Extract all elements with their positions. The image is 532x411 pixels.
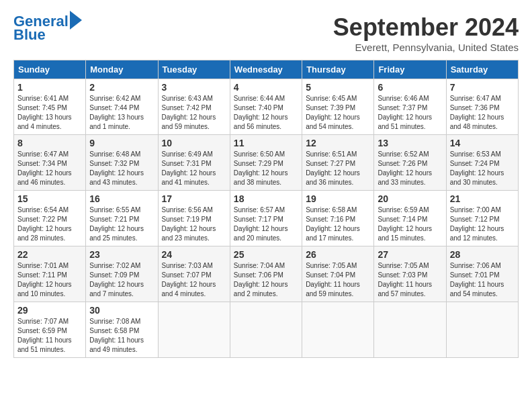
calendar-cell: 27Sunrise: 7:05 AM Sunset: 7:03 PM Dayli… xyxy=(374,246,446,302)
day-info: Sunrise: 6:54 AM Sunset: 7:22 PM Dayligh… xyxy=(17,205,82,243)
logo-arrow-icon xyxy=(70,11,82,30)
day-number: 27 xyxy=(378,249,442,260)
day-number: 30 xyxy=(89,305,154,316)
calendar-cell: 19Sunrise: 6:58 AM Sunset: 7:16 PM Dayli… xyxy=(302,191,374,246)
day-info: Sunrise: 6:57 AM Sunset: 7:17 PM Dayligh… xyxy=(234,205,298,243)
day-number: 19 xyxy=(306,193,370,204)
day-number: 25 xyxy=(234,249,298,260)
header: General Blue September 2024 Everett, Pen… xyxy=(13,13,519,53)
calendar-cell: 30Sunrise: 7:08 AM Sunset: 6:58 PM Dayli… xyxy=(86,302,158,358)
day-info: Sunrise: 6:47 AM Sunset: 7:34 PM Dayligh… xyxy=(17,150,82,187)
calendar-table: SundayMondayTuesdayWednesdayThursdayFrid… xyxy=(13,60,519,358)
day-number: 7 xyxy=(450,82,515,93)
day-info: Sunrise: 6:56 AM Sunset: 7:19 PM Dayligh… xyxy=(162,205,226,243)
day-info: Sunrise: 7:04 AM Sunset: 7:06 PM Dayligh… xyxy=(234,261,298,299)
calendar-cell: 5Sunrise: 6:45 AM Sunset: 7:39 PM Daylig… xyxy=(302,79,374,135)
day-info: Sunrise: 6:41 AM Sunset: 7:45 PM Dayligh… xyxy=(17,94,82,132)
calendar-cell xyxy=(158,302,230,358)
day-info: Sunrise: 7:07 AM Sunset: 6:59 PM Dayligh… xyxy=(17,317,82,355)
day-info: Sunrise: 7:06 AM Sunset: 7:01 PM Dayligh… xyxy=(450,261,515,299)
day-info: Sunrise: 6:44 AM Sunset: 7:40 PM Dayligh… xyxy=(234,94,298,132)
calendar-cell: 20Sunrise: 6:59 AM Sunset: 7:14 PM Dayli… xyxy=(374,191,446,246)
calendar-cell: 26Sunrise: 7:05 AM Sunset: 7:04 PM Dayli… xyxy=(302,246,374,302)
day-number: 20 xyxy=(378,193,442,204)
title-area: September 2024 Everett, Pennsylvania, Un… xyxy=(333,13,519,53)
calendar-cell: 12Sunrise: 6:51 AM Sunset: 7:27 PM Dayli… xyxy=(302,135,374,191)
day-info: Sunrise: 6:53 AM Sunset: 7:24 PM Dayligh… xyxy=(450,150,515,187)
calendar-cell: 6Sunrise: 6:46 AM Sunset: 7:37 PM Daylig… xyxy=(374,79,446,135)
day-number: 12 xyxy=(306,138,370,148)
day-info: Sunrise: 6:49 AM Sunset: 7:31 PM Dayligh… xyxy=(162,150,226,187)
day-info: Sunrise: 7:08 AM Sunset: 6:58 PM Dayligh… xyxy=(89,317,154,355)
day-info: Sunrise: 6:50 AM Sunset: 7:29 PM Dayligh… xyxy=(234,150,298,187)
day-header-thursday: Thursday xyxy=(302,60,374,79)
day-info: Sunrise: 7:02 AM Sunset: 7:09 PM Dayligh… xyxy=(89,261,154,299)
calendar-cell: 28Sunrise: 7:06 AM Sunset: 7:01 PM Dayli… xyxy=(446,246,518,302)
calendar-cell: 29Sunrise: 7:07 AM Sunset: 6:59 PM Dayli… xyxy=(14,302,86,358)
calendar-cell xyxy=(230,302,302,358)
logo-blue-text: Blue xyxy=(13,27,46,43)
calendar-cell: 16Sunrise: 6:55 AM Sunset: 7:21 PM Dayli… xyxy=(86,191,158,246)
day-number: 4 xyxy=(234,82,298,93)
calendar-cell: 13Sunrise: 6:52 AM Sunset: 7:26 PM Dayli… xyxy=(374,135,446,191)
day-number: 9 xyxy=(89,138,154,148)
calendar-cell xyxy=(446,302,518,358)
day-info: Sunrise: 7:05 AM Sunset: 7:03 PM Dayligh… xyxy=(378,261,442,299)
day-info: Sunrise: 6:55 AM Sunset: 7:21 PM Dayligh… xyxy=(89,205,154,243)
day-info: Sunrise: 6:58 AM Sunset: 7:16 PM Dayligh… xyxy=(306,205,370,243)
day-number: 26 xyxy=(306,249,370,260)
day-number: 5 xyxy=(306,82,370,93)
day-number: 28 xyxy=(450,249,515,260)
calendar-cell: 1Sunrise: 6:41 AM Sunset: 7:45 PM Daylig… xyxy=(14,79,86,135)
location-title: Everett, Pennsylvania, United States xyxy=(333,42,519,53)
day-number: 16 xyxy=(89,193,154,204)
day-number: 17 xyxy=(162,193,226,204)
calendar-cell: 2Sunrise: 6:42 AM Sunset: 7:44 PM Daylig… xyxy=(86,79,158,135)
calendar-cell: 3Sunrise: 6:43 AM Sunset: 7:42 PM Daylig… xyxy=(158,79,230,135)
day-number: 10 xyxy=(162,138,226,148)
day-header-wednesday: Wednesday xyxy=(230,60,302,79)
day-header-friday: Friday xyxy=(374,60,446,79)
calendar-cell xyxy=(374,302,446,358)
day-info: Sunrise: 6:42 AM Sunset: 7:44 PM Dayligh… xyxy=(89,94,154,132)
day-info: Sunrise: 7:03 AM Sunset: 7:07 PM Dayligh… xyxy=(162,261,226,299)
day-info: Sunrise: 7:00 AM Sunset: 7:12 PM Dayligh… xyxy=(450,205,515,243)
day-header-tuesday: Tuesday xyxy=(158,60,230,79)
calendar-cell: 24Sunrise: 7:03 AM Sunset: 7:07 PM Dayli… xyxy=(158,246,230,302)
day-info: Sunrise: 6:52 AM Sunset: 7:26 PM Dayligh… xyxy=(378,150,442,187)
day-number: 11 xyxy=(234,138,298,148)
calendar-cell: 15Sunrise: 6:54 AM Sunset: 7:22 PM Dayli… xyxy=(14,191,86,246)
day-info: Sunrise: 6:48 AM Sunset: 7:32 PM Dayligh… xyxy=(89,150,154,187)
calendar-cell: 17Sunrise: 6:56 AM Sunset: 7:19 PM Dayli… xyxy=(158,191,230,246)
day-number: 24 xyxy=(162,249,226,260)
day-number: 21 xyxy=(450,193,515,204)
day-header-saturday: Saturday xyxy=(446,60,518,79)
day-header-monday: Monday xyxy=(86,60,158,79)
day-info: Sunrise: 6:59 AM Sunset: 7:14 PM Dayligh… xyxy=(378,205,442,243)
calendar-cell: 22Sunrise: 7:01 AM Sunset: 7:11 PM Dayli… xyxy=(14,246,86,302)
day-number: 8 xyxy=(17,138,82,148)
day-header-sunday: Sunday xyxy=(14,60,86,79)
day-info: Sunrise: 6:45 AM Sunset: 7:39 PM Dayligh… xyxy=(306,94,370,132)
calendar-cell: 10Sunrise: 6:49 AM Sunset: 7:31 PM Dayli… xyxy=(158,135,230,191)
calendar-cell: 7Sunrise: 6:47 AM Sunset: 7:36 PM Daylig… xyxy=(446,79,518,135)
day-info: Sunrise: 7:05 AM Sunset: 7:04 PM Dayligh… xyxy=(306,261,370,299)
day-number: 15 xyxy=(17,193,82,204)
day-number: 1 xyxy=(17,82,82,93)
day-info: Sunrise: 6:43 AM Sunset: 7:42 PM Dayligh… xyxy=(162,94,226,132)
day-number: 2 xyxy=(89,82,154,93)
day-info: Sunrise: 7:01 AM Sunset: 7:11 PM Dayligh… xyxy=(17,261,82,299)
logo: General Blue xyxy=(13,13,82,43)
day-number: 23 xyxy=(89,249,154,260)
calendar-cell: 18Sunrise: 6:57 AM Sunset: 7:17 PM Dayli… xyxy=(230,191,302,246)
calendar-cell: 14Sunrise: 6:53 AM Sunset: 7:24 PM Dayli… xyxy=(446,135,518,191)
day-info: Sunrise: 6:47 AM Sunset: 7:36 PM Dayligh… xyxy=(450,94,515,132)
calendar-cell: 9Sunrise: 6:48 AM Sunset: 7:32 PM Daylig… xyxy=(86,135,158,191)
day-number: 18 xyxy=(234,193,298,204)
day-info: Sunrise: 6:46 AM Sunset: 7:37 PM Dayligh… xyxy=(378,94,442,132)
day-number: 29 xyxy=(17,305,82,316)
day-number: 14 xyxy=(450,138,515,148)
calendar-cell: 25Sunrise: 7:04 AM Sunset: 7:06 PM Dayli… xyxy=(230,246,302,302)
calendar-cell: 23Sunrise: 7:02 AM Sunset: 7:09 PM Dayli… xyxy=(86,246,158,302)
calendar-cell xyxy=(302,302,374,358)
